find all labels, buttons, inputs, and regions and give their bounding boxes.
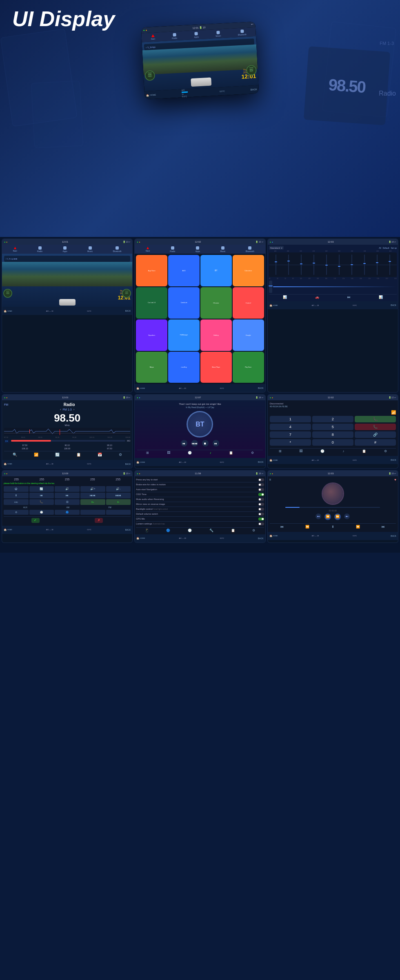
s8-topbar: ●● 11:59 🔋 18 ↩ bbox=[135, 471, 265, 476]
s9-music-content: ≡ ♥ 00:00:00 ⏮ ⏪ ⏩ ⏭ ⏮ ⏪ bbox=[268, 476, 398, 532]
s3-bottombar: 🏠 HOME A/C — 18 0.0°C BACK bbox=[268, 301, 398, 309]
s2-topbar: ●● 12:02 🔋 10 ↩ bbox=[135, 239, 265, 245]
screen-home: ●● 12:01 🔋 10 ↩ Navi Radio Apps Music Bl… bbox=[2, 239, 133, 393]
s2-bottombar: 🏠 HOME A/C — 10 0.0°C BACK bbox=[135, 384, 265, 392]
s5-topbar: ●● 12:07 🔋 18 ↩ bbox=[135, 395, 265, 400]
screen-bt-music: ●● 12:07 🔋 18 ↩ That I can't keep out go… bbox=[134, 394, 265, 469]
forward-btn[interactable]: ⏩ bbox=[334, 513, 341, 520]
album-art bbox=[322, 482, 344, 505]
music-progress-bar bbox=[285, 507, 380, 508]
s5-bt-content: That I can't keep out got me singin' lik… bbox=[135, 400, 265, 458]
s1-main: ♫ 5_Songs ▶ ⏭ Thursday2022-02-03 12:01 E… bbox=[2, 254, 132, 307]
s3-topbar: ●● 12:03 🔋 18 ↩ bbox=[268, 239, 398, 245]
s1-navbar: Navi Radio Apps Music Bluetooth bbox=[2, 245, 132, 254]
music-favorite-icon: ♥ bbox=[394, 478, 396, 482]
music-bottom-icons: ⏮ ⏪ ⏸ ⏩ ⏭ bbox=[270, 523, 396, 530]
music-time: 00:00:00 bbox=[270, 509, 396, 512]
screens-grid: ●● 12:01 🔋 10 ↩ Navi Radio Apps Music Bl… bbox=[0, 237, 400, 545]
s4-radio-content: FM Radio ‹ FM 1-3 › 98.50 MHz bbox=[2, 400, 132, 460]
s9-topbar: ●● 12:03 🔋 18 ↩ bbox=[268, 471, 398, 476]
s4-topbar: ●● 12:03 🔋 18 ↩ bbox=[2, 395, 132, 400]
hero-screen: ● ● 12:01 🔋 10 ↩ Navi Radio Apps Music B… bbox=[141, 22, 259, 99]
screen-settings: ●● 11:59 🔋 18 ↩ Press any key to start B… bbox=[134, 470, 265, 543]
s1-bottombar: 🏠 HOME A/C — 10 0.0°C BACK bbox=[2, 307, 132, 315]
next-btn[interactable]: ⏭ bbox=[344, 513, 350, 519]
s2-navbar: Navi Radio Apps Music Bluetooth bbox=[135, 245, 265, 254]
hero-main-content: ♫ 5_Songs Thursday2022-02-03 12:01 Engin… bbox=[142, 36, 258, 91]
rewind-btn[interactable]: ⏪ bbox=[324, 513, 331, 520]
s7-topbar: ●● 12:09 🔋 18 ↩ bbox=[2, 471, 132, 476]
screen-steering: ●● 12:09 🔋 18 ↩ 255255255255255 please h… bbox=[2, 470, 133, 543]
s6-topbar: ●● 12:02 🔋 12 ↩ bbox=[268, 395, 398, 400]
header-section: 98.50 Radio FM 1-3 UI Display ● ● 12:01 … bbox=[0, 0, 400, 237]
screen-equalizer: ●● 12:03 🔋 18 ↩ Standard ∨ AllDefaultSet… bbox=[267, 239, 398, 393]
s3-eq-content: Standard ∨ AllDefaultSet up 2.02.02.02.0… bbox=[268, 245, 398, 301]
screen-apps: ●● 12:02 🔋 10 ↩ Navi Radio Apps Music Bl… bbox=[134, 239, 265, 393]
s5-bottombar: 🏠 HOME A/C — 18 0.0°C BACK bbox=[135, 458, 265, 466]
s7-bottombar: 🏠 HOME A/C — 18 0.0°C BACK bbox=[2, 526, 132, 534]
s9-bottombar: 🏠 HOME A/C — 18 0.0°C BACK bbox=[268, 532, 398, 540]
screen-phone: ●● 12:02 🔋 12 ↩ Disconnected 40:45:DA:5A… bbox=[267, 394, 398, 469]
page-title: UI Display bbox=[12, 8, 388, 29]
s7-content: 255255255255255 please hold the button o… bbox=[2, 476, 132, 526]
s2-apps-grid: App Store AUX BT Calculator Car Link 2.0… bbox=[135, 254, 265, 384]
screen-radio: ●● 12:03 🔋 18 ↩ FM Radio ‹ FM 1-3 › 98.5… bbox=[2, 394, 133, 469]
s4-bottombar: 🏠 HOME A/C — 18 0.0°C BACK bbox=[2, 460, 132, 468]
music-controls: ⏮ ⏪ ⏩ ⏭ bbox=[270, 513, 396, 520]
s1-topbar: ●● 12:01 🔋 10 ↩ bbox=[2, 239, 132, 245]
s6-bottombar: 🏠 HOME A/C — 12 0.0°C BACK bbox=[268, 456, 398, 464]
s6-phone-content: Disconnected 40:45:DA:5A:FE:BE 📶 1 2 📞 4… bbox=[268, 400, 398, 456]
prev-btn[interactable]: ⏮ bbox=[316, 513, 321, 519]
s8-bottombar: 🏠 HOME A/C — 18 0.0°C BACK bbox=[135, 534, 265, 542]
s8-settings-content: Press any key to start Brake wire for vi… bbox=[135, 476, 265, 534]
music-menu-icon: ≡ bbox=[269, 478, 271, 482]
screen-music-player: ●● 12:03 🔋 18 ↩ ≡ ♥ 00:00:00 ⏮ ⏪ ⏩ bbox=[267, 470, 398, 543]
